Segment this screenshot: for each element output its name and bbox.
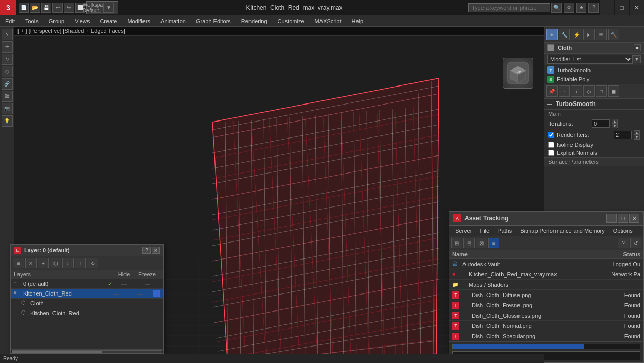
close-btn[interactable]: ✕ [630,0,644,15]
new-icon[interactable]: 📄 [19,3,29,13]
redo-icon[interactable]: ↪ [64,3,74,13]
maximize-btn[interactable]: □ [615,0,629,15]
modify-panel-icon[interactable]: 🔧 [559,29,570,40]
layer-row-cloth[interactable]: ⬡ Cloth — — [11,299,163,308]
isoline-checkbox[interactable] [548,142,554,148]
menu-animation[interactable]: Animation [155,15,191,26]
at-row-glossiness[interactable]: T Dish_Cloth_Glossiness.png Found [449,310,643,321]
render-iters-up[interactable]: ▲ [634,130,640,135]
at-row-fresnel[interactable]: T Dish_Cloth_Fresnel.png Found [449,300,643,310]
at-row-normal[interactable]: T Dish_Cloth_Normal.png Found [449,321,643,331]
layer-default-icon: ≡ [14,280,21,287]
at-close-btn[interactable]: ✕ [629,214,639,223]
at-list-btn[interactable]: ≡ [488,238,499,248]
at-menu-options[interactable]: Options [609,227,637,235]
layer-row-default[interactable]: ≡ 0 (default) ✓ — — [11,279,163,289]
menu-help[interactable]: Help [347,15,369,26]
bookmark-btn[interactable]: ★ [576,3,586,13]
menu-tools[interactable]: Tools [20,15,44,26]
explicit-normals-checkbox[interactable] [548,150,554,156]
hierarchy-panel-icon[interactable]: ⚡ [571,29,582,40]
at-menu-server[interactable]: Server [451,227,476,235]
search-input[interactable] [468,3,550,12]
layers-close-btn[interactable]: ✕ [152,247,160,254]
select-edges-btn[interactable]: / [571,85,582,97]
menu-rendering[interactable]: Rendering [236,15,273,26]
menu-customize[interactable]: Customize [273,15,310,26]
link-tool[interactable]: 🔗 [2,78,13,90]
view-cube[interactable]: TOP [503,58,533,89]
light-tool[interactable]: 💡 [2,115,13,127]
at-maximize-btn[interactable]: □ [618,214,628,223]
select-border-btn[interactable]: ◇ [583,85,595,97]
at-reload-btn[interactable]: ↺ [630,238,641,248]
at-row-specular[interactable]: T Dish_Cloth_Specular.png Found [449,331,643,341]
move-tool[interactable]: ✛ [2,41,13,53]
search-settings-btn[interactable]: ⚙ [564,3,574,13]
menu-create[interactable]: Create [95,15,122,26]
modifier-dropdown-arrow[interactable]: ▼ [633,55,641,63]
layers-up-btn[interactable]: ↑ [75,258,86,268]
at-row-max-file[interactable]: ■ Kitchen_Cloth_Red_max_vray.max Network… [449,269,643,280]
layer-row-kitchen-cloth-red[interactable]: ⬡ Kitchen_Cloth_Red — — [11,308,163,318]
modifier-item-editablepoly[interactable]: E Editable Poly [544,75,644,84]
undo-icon[interactable]: ↩ [52,3,63,13]
menu-edit[interactable]: Edit [0,15,20,26]
iterations-down[interactable]: ▼ [612,124,618,128]
menu-views[interactable]: Views [69,15,95,26]
layers-scrollbar[interactable] [11,349,163,353]
modifier-list-dropdown[interactable]: Modifier List [547,55,633,64]
at-menu-file[interactable]: File [476,227,493,235]
display-panel-icon[interactable]: 👁 [596,29,607,40]
at-row-vault[interactable]: 🏛 Autodesk Vault Logged Ou [449,259,643,269]
at-menu-paths[interactable]: Paths [493,227,516,235]
at-row-diffuse[interactable]: T Dish_Cloth_Diffuse.png Found [449,290,643,300]
menu-modifiers[interactable]: Modifiers [122,15,155,26]
render-iters-input[interactable] [614,131,632,139]
iterations-up[interactable]: ▲ [612,119,618,124]
modifier-item-turbosmooth[interactable]: T TurboSmooth [544,65,644,75]
color-picker-btn[interactable]: ■ [634,44,641,51]
render-iters-checkbox[interactable] [548,132,554,138]
select-tool[interactable]: ↖ [2,29,13,40]
at-menu-bitmap[interactable]: Bitmap Performance and Memory [516,227,609,235]
menu-graph-editors[interactable]: Graph Editors [191,15,236,26]
layers-refresh-btn[interactable]: ↻ [87,258,98,268]
layers-scroll-thumb[interactable] [12,351,102,353]
save-icon[interactable]: 💾 [41,3,51,13]
select-element-btn[interactable]: ◼ [608,85,619,97]
menu-group[interactable]: Group [44,15,70,26]
render-iters-down[interactable]: ▼ [634,135,640,140]
pin-btn[interactable]: 📌 [546,85,558,97]
unlink-tool[interactable]: ⛓ [2,91,13,102]
open-icon[interactable]: 📂 [30,3,40,13]
at-help-btn[interactable]: ? [618,238,629,248]
minimize-btn[interactable]: — [600,0,614,15]
iterations-input[interactable] [592,119,610,128]
object-color-swatch[interactable] [547,44,554,51]
layers-delete-btn[interactable]: ✕ [25,258,37,268]
layers-question-btn[interactable]: ? [142,247,151,254]
at-row-maps-folder[interactable]: 📁 Maps / Shaders [449,280,643,290]
camera-tool[interactable]: 📷 [2,103,13,114]
layers-down-btn[interactable]: ↓ [62,258,74,268]
menu-maxscript[interactable]: MAXScript [310,15,347,26]
select-vertices-btn[interactable]: · [559,85,570,97]
layers-menu-btn[interactable]: ≡ [13,258,24,268]
workspace-dropdown[interactable]: Workspace: Default ▼ [86,1,118,14]
scale-tool[interactable]: ⬡ [2,66,13,77]
at-grid3-btn[interactable]: ⊠ [476,238,487,248]
help-btn[interactable]: ? [588,3,599,13]
layer-row-kitchen-cloth[interactable]: ≡ Kitchen_Cloth_Red — — [11,289,163,299]
layers-add-btn[interactable]: + [38,258,49,268]
select-poly-btn[interactable]: □ [596,85,607,97]
at-grid1-btn[interactable]: ⊞ [451,238,462,248]
create-panel-icon[interactable]: ✦ [546,29,558,40]
motion-panel-icon[interactable]: ⏵ [583,29,595,40]
layers-geo-btn[interactable]: ⬡ [50,258,61,268]
utilities-panel-icon[interactable]: 🔨 [608,29,619,40]
at-grid2-btn[interactable]: ⊟ [463,238,475,248]
rotate-tool[interactable]: ↻ [2,54,13,65]
search-go-btn[interactable]: 🔍 [551,3,562,13]
at-minimize-btn[interactable]: — [606,214,617,223]
